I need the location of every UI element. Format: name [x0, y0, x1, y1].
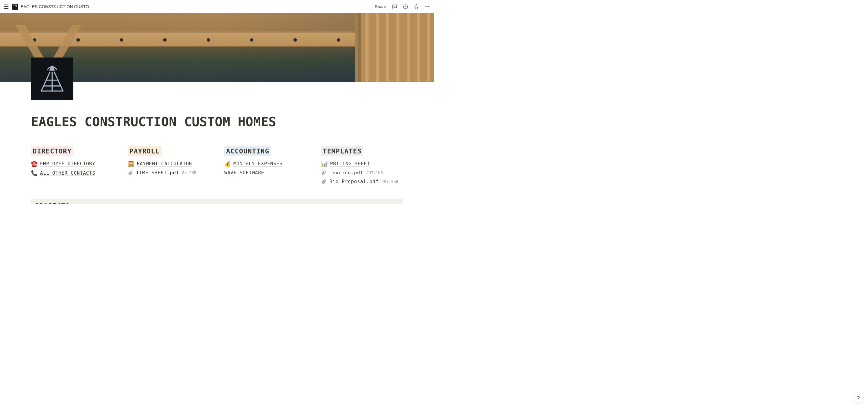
heading-directory[interactable]: DIRECTORY — [31, 146, 73, 156]
file-label: Invoice.pdf — [330, 170, 363, 175]
breadcrumb-title[interactable]: EAGLES CONSTRUCTION CUSTO… — [21, 4, 93, 9]
receiver-icon: 📞 — [31, 170, 37, 176]
moneybag-icon: 💰 — [224, 161, 230, 167]
paperclip-icon — [321, 170, 327, 175]
abacus-icon: 🧮 — [128, 161, 134, 167]
link-label: PAYMENT CALCULATOR — [137, 161, 192, 167]
page-icon-small[interactable] — [12, 4, 18, 10]
favorite-icon[interactable] — [412, 2, 421, 11]
text-wave-software[interactable]: WAVE SOFTWARE — [224, 170, 306, 175]
file-invoice[interactable]: Invoice.pdf 497.1KB — [321, 170, 403, 175]
file-time-sheet[interactable]: TIME SHEET.pdf 64.2KB — [128, 170, 210, 175]
link-label: EMPLOYEE DIRECTORY — [40, 161, 95, 167]
file-bid-proposal[interactable]: Bid Proposal.pdf 498.5KB — [321, 178, 403, 184]
paperclip-icon — [321, 179, 327, 184]
updates-icon[interactable] — [401, 2, 410, 11]
text-label: WAVE SOFTWARE — [224, 170, 264, 175]
column-directory: DIRECTORY ☎️ EMPLOYEE DIRECTORY 📞 ALL OT… — [31, 146, 113, 184]
file-size: 497.1KB — [366, 170, 383, 175]
barchart-icon: 📊 — [321, 161, 327, 167]
page-title[interactable]: EAGLES CONSTRUCTION CUSTOM HOMES — [31, 114, 403, 129]
link-label: PRICING SHEET — [330, 161, 370, 167]
file-size: 64.2KB — [182, 170, 196, 175]
svg-point-3 — [429, 6, 430, 7]
heading-projects-strip[interactable]: PROJECTS — [31, 199, 403, 204]
file-label: Bid Proposal.pdf — [330, 178, 378, 184]
link-label: MONTHLY EXPENSES — [234, 161, 282, 167]
heading-accounting[interactable]: ACCOUNTING — [224, 146, 271, 156]
svg-point-2 — [427, 6, 428, 7]
columns: DIRECTORY ☎️ EMPLOYEE DIRECTORY 📞 ALL OT… — [31, 146, 403, 184]
topbar: EAGLES CONSTRUCTION CUSTO… Share — [0, 0, 434, 13]
column-accounting: ACCOUNTING 💰 MONTHLY EXPENSES WAVE SOFTW… — [224, 146, 306, 184]
file-label: TIME SHEET.pdf — [136, 170, 179, 175]
file-size: 498.5KB — [381, 179, 398, 184]
link-all-other-contacts[interactable]: 📞 ALL OTHER CONTACTS — [31, 170, 113, 176]
phone-icon: ☎️ — [31, 161, 37, 167]
heading-projects: PROJECTS — [33, 201, 71, 204]
divider — [31, 193, 403, 193]
link-payment-calculator[interactable]: 🧮 PAYMENT CALCULATOR — [128, 161, 210, 167]
paperclip-icon — [128, 170, 133, 175]
link-label: ALL OTHER CONTACTS — [40, 170, 95, 176]
link-employee-directory[interactable]: ☎️ EMPLOYEE DIRECTORY — [31, 161, 113, 167]
heading-payroll[interactable]: PAYROLL — [128, 146, 161, 156]
svg-point-1 — [426, 6, 427, 7]
comments-icon[interactable] — [390, 2, 399, 11]
page-icon[interactable] — [31, 58, 73, 100]
projects-section: PROJECTS — [31, 199, 403, 204]
more-icon[interactable] — [423, 2, 432, 11]
link-pricing-sheet[interactable]: 📊 PRICING SHEET — [321, 161, 403, 167]
column-payroll: PAYROLL 🧮 PAYMENT CALCULATOR TIME SHEET.… — [128, 146, 210, 184]
link-monthly-expenses[interactable]: 💰 MONTHLY EXPENSES — [224, 161, 306, 167]
menu-icon[interactable] — [2, 3, 10, 10]
page-content: EAGLES CONSTRUCTION CUSTOM HOMES DIRECTO… — [0, 82, 434, 204]
heading-templates[interactable]: TEMPLATES — [321, 146, 363, 156]
column-templates: TEMPLATES 📊 PRICING SHEET Invoice.pdf 49… — [321, 146, 403, 184]
share-button[interactable]: Share — [373, 3, 388, 10]
